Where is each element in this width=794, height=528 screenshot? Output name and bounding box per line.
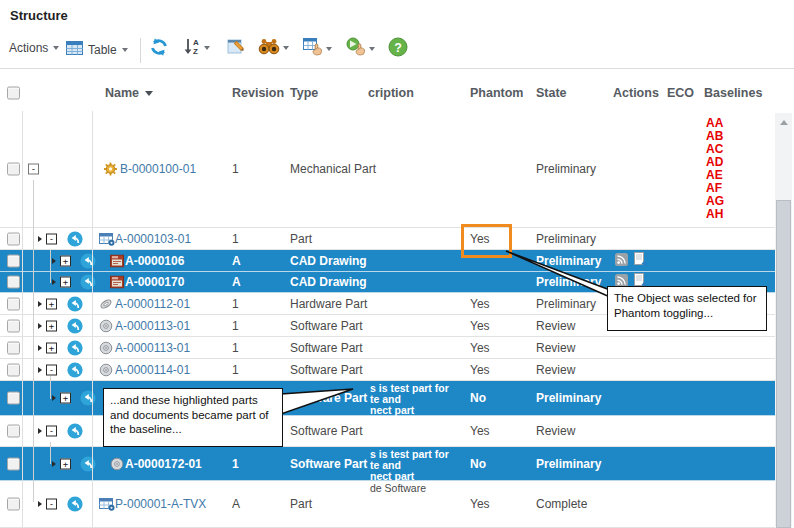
open-information-icon[interactable] (67, 340, 83, 356)
tree-expand-toggle[interactable]: + (60, 393, 71, 404)
open-information-icon[interactable] (80, 390, 96, 406)
open-information-icon[interactable] (80, 274, 96, 290)
table-row[interactable]: +A-0000106ACAD DrawingPreliminary (0, 250, 775, 272)
help-button[interactable]: ? (388, 37, 408, 61)
type-cell: Software Part (290, 391, 367, 405)
revision-cell: A (232, 275, 241, 289)
column-header-revision[interactable]: Revision (232, 86, 284, 100)
object-name-link[interactable]: A-0000172-01 (125, 457, 202, 471)
page-title: Structure (10, 8, 68, 23)
sort-descending-icon (145, 91, 153, 96)
type-cell: Part (290, 232, 312, 246)
type-cell: Software Part (290, 341, 363, 355)
column-header-type[interactable]: Type (290, 86, 318, 100)
object-name-link[interactable]: A-0000113-01 (115, 341, 190, 355)
tree-arrow-icon (38, 428, 42, 434)
tree-collapse-toggle[interactable]: - (46, 499, 57, 510)
column-header-actions[interactable]: Actions (613, 86, 659, 100)
edit-button[interactable] (226, 37, 246, 60)
object-name-link[interactable]: A-0000106 (125, 254, 184, 268)
select-all-checkbox[interactable] (7, 87, 20, 100)
row-checkbox[interactable] (7, 297, 20, 310)
tree-collapse-toggle[interactable]: - (46, 426, 57, 437)
scroll-up-button[interactable] (775, 113, 792, 132)
tree-arrow-icon (38, 345, 42, 351)
table-select-button[interactable] (303, 37, 332, 60)
state-cell: Preliminary (536, 457, 601, 471)
object-name-link[interactable]: A-0000103-01 (115, 232, 191, 246)
object-name-link[interactable]: A-0000113-01 (115, 319, 190, 333)
vertical-scrollbar[interactable] (775, 113, 792, 528)
state-cell: Preliminary (536, 232, 596, 246)
object-name-link[interactable]: A-0000170 (125, 275, 184, 289)
arrow-up-icon (780, 120, 788, 125)
software-part-icon (99, 363, 113, 377)
tree-expand-toggle[interactable]: + (46, 320, 57, 331)
add-document-icon[interactable] (634, 252, 647, 270)
row-checkbox[interactable] (7, 163, 20, 176)
column-header-description[interactable]: cription (368, 86, 414, 100)
table-row[interactable]: +A-0000113-011Software PartYesReview (0, 337, 775, 359)
refresh-button[interactable] (148, 37, 170, 61)
tree-collapse-toggle[interactable]: - (28, 164, 39, 175)
table-row[interactable]: -A-0000103-011PartYesPreliminary (0, 228, 775, 250)
object-name-link[interactable]: A-0000114-01 (115, 363, 190, 377)
tree-expand-toggle[interactable]: + (60, 277, 71, 288)
scrollbar-thumb[interactable] (776, 200, 791, 528)
table-row[interactable]: -P-000001-A-TVXAPartde SoftwareYesComple… (0, 481, 775, 528)
svg-text:Z: Z (193, 47, 198, 55)
open-information-icon[interactable] (80, 456, 96, 472)
row-checkbox[interactable] (7, 457, 20, 470)
open-information-icon[interactable] (67, 496, 83, 512)
tree-arrow-icon (52, 395, 56, 401)
table-row[interactable]: +A-0000172-011Software Parts is test par… (0, 447, 775, 481)
state-cell: Review (536, 363, 575, 377)
row-checkbox[interactable] (7, 254, 20, 267)
tree-expand-toggle[interactable]: + (60, 255, 71, 266)
table-menu[interactable]: Table (66, 41, 128, 59)
row-checkbox[interactable] (7, 232, 20, 245)
table-row[interactable]: -B-0000100-011Mechanical PartPreliminary… (0, 111, 775, 228)
object-name-link[interactable]: B-0000100-01 (120, 162, 196, 176)
column-header-eco[interactable]: ECO (667, 86, 694, 100)
open-information-icon[interactable] (67, 231, 83, 247)
row-checkbox[interactable] (7, 276, 20, 289)
revision-cell: 1 (232, 319, 239, 333)
object-name-link[interactable]: P-000001-A-TVX (115, 497, 206, 511)
open-information-icon[interactable] (80, 253, 96, 269)
share-button[interactable] (346, 37, 375, 60)
revision-cell: A (232, 254, 241, 268)
column-header-baselines[interactable]: Baselines (704, 86, 762, 100)
software-part-icon (99, 341, 113, 355)
actions-menu-label: Actions (9, 41, 48, 55)
tree-expand-toggle[interactable]: + (60, 458, 71, 469)
tree-expand-toggle[interactable]: + (46, 342, 57, 353)
tree-expand-toggle[interactable]: + (46, 298, 57, 309)
row-checkbox[interactable] (7, 392, 20, 405)
column-header-state[interactable]: State (536, 86, 567, 100)
column-header-phantom[interactable]: Phantom (470, 86, 523, 100)
actions-menu[interactable]: Actions (9, 41, 59, 55)
subscribe-icon[interactable] (615, 252, 628, 270)
row-checkbox[interactable] (7, 363, 20, 376)
share-icon (346, 37, 366, 60)
open-information-icon[interactable] (67, 318, 83, 334)
open-information-icon[interactable] (67, 362, 83, 378)
open-information-icon[interactable] (67, 296, 83, 312)
table-row[interactable]: -A-0000114-011Software PartYesReview (0, 359, 775, 381)
column-header-name[interactable]: Name (105, 86, 153, 100)
row-checkbox[interactable] (7, 341, 20, 354)
open-information-icon[interactable] (67, 423, 83, 439)
find-button[interactable] (258, 37, 289, 59)
row-checkbox[interactable] (7, 498, 20, 511)
phantom-cell: Yes (470, 497, 490, 511)
edit-icon (226, 37, 246, 60)
row-checkbox[interactable] (7, 425, 20, 438)
type-cell: Hardware Part (290, 297, 367, 311)
object-name-link[interactable]: A-0000112-01 (115, 297, 190, 311)
type-cell: CAD Drawing (290, 275, 367, 289)
tree-collapse-toggle[interactable]: - (46, 233, 57, 244)
row-checkbox[interactable] (7, 319, 20, 332)
sort-button[interactable]: AZ (183, 37, 210, 59)
tree-collapse-toggle[interactable]: - (46, 364, 57, 375)
